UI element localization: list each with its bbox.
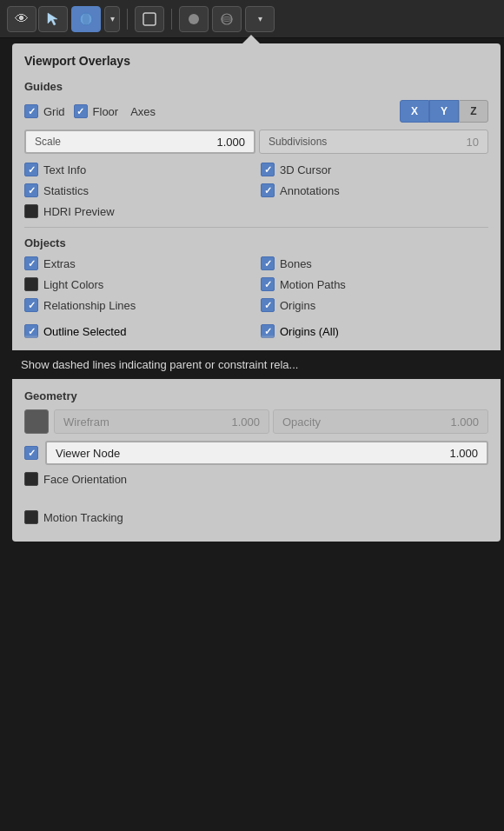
relationship-lines-checkbox[interactable]: [24, 298, 38, 312]
text-info-item[interactable]: Text Info: [24, 163, 252, 176]
axes-buttons: X Y Z: [400, 100, 488, 123]
viewer-node-label: Viewer Node: [56, 447, 120, 460]
grid-checkbox-item[interactable]: Grid: [24, 104, 65, 118]
light-colors-checkbox[interactable]: [24, 277, 38, 291]
geometry-inputs-row: Wirefram 1.000 Opacity 1.000: [24, 409, 488, 434]
scale-value: 1.000: [216, 136, 245, 149]
guides-row: Grid Floor Axes X Y Z: [24, 100, 488, 123]
face-orientation-item[interactable]: Face Orientation: [24, 472, 488, 486]
bones-item[interactable]: Bones: [261, 256, 488, 270]
tooltip-text: Show dashed lines indicating parent or c…: [21, 358, 298, 371]
viewer-node-checkbox[interactable]: [24, 446, 38, 460]
grid-checkbox[interactable]: [24, 104, 38, 118]
origins-all-checkbox[interactable]: [261, 324, 275, 338]
more-button[interactable]: ▾: [245, 6, 275, 32]
separator-1: [127, 9, 128, 30]
eye-button[interactable]: 👁: [7, 6, 36, 32]
motion-tracking-label: Motion Tracking: [43, 511, 123, 524]
bones-checkbox[interactable]: [261, 256, 275, 270]
motion-paths-checkbox[interactable]: [261, 277, 275, 291]
panel-title: Viewport Overlays: [24, 54, 488, 68]
light-colors-label: Light Colors: [43, 278, 103, 291]
tooltip-bar: Show dashed lines indicating parent or c…: [12, 350, 501, 379]
text-info-label: Text Info: [43, 163, 86, 176]
extras-item[interactable]: Extras: [24, 256, 252, 270]
bones-label: Bones: [280, 257, 312, 270]
extras-checkbox[interactable]: [24, 256, 38, 270]
svg-point-2: [83, 13, 90, 25]
viewer-node-row: Viewer Node 1.000: [24, 441, 488, 465]
scale-subdivisions-row: Scale 1.000 Subdivisions 10: [24, 130, 488, 154]
wireframe-checkbox[interactable]: [24, 409, 49, 434]
dropdown-button[interactable]: ▾: [104, 6, 120, 32]
subdivisions-input[interactable]: Subdivisions 10: [259, 130, 488, 154]
render-overlay-button[interactable]: [135, 6, 164, 32]
outline-selected-label: Outline Selected: [43, 325, 126, 338]
axis-x-button[interactable]: X: [400, 100, 429, 123]
relationship-lines-label: Relationship Lines: [43, 299, 136, 312]
opacity-input[interactable]: Opacity 1.000: [273, 409, 488, 434]
popup-arrow: [242, 35, 260, 43]
viewport-overlays-panel: Viewport Overlays Guides Grid Floor Axes…: [12, 43, 501, 542]
grid-label: Grid: [43, 105, 65, 118]
extras-label: Extras: [43, 257, 76, 270]
viewer-node-input[interactable]: Viewer Node 1.000: [45, 441, 488, 465]
toolbar-left-group: 👁: [7, 6, 68, 32]
svg-rect-3: [143, 13, 156, 25]
hdri-preview-item[interactable]: HDRI Preview: [24, 204, 252, 218]
origins-label: Origins: [280, 299, 315, 312]
svg-point-4: [189, 14, 199, 24]
subdivisions-value: 10: [467, 136, 479, 149]
relationship-lines-item[interactable]: Relationship Lines: [24, 298, 252, 312]
motion-tracking-item[interactable]: Motion Tracking: [24, 510, 488, 524]
annotations-checkbox[interactable]: [261, 183, 275, 197]
statistics-checkbox[interactable]: [24, 183, 38, 197]
separator-2: [171, 9, 172, 30]
viewport-shading-button[interactable]: [71, 6, 101, 32]
cursor-button[interactable]: [38, 6, 68, 32]
scale-input[interactable]: Scale 1.000: [24, 130, 255, 154]
floor-label: Floor: [93, 105, 119, 118]
face-orientation-checkbox[interactable]: [24, 472, 38, 486]
geometry-section-label: Geometry: [24, 389, 488, 402]
statistics-item[interactable]: Statistics: [24, 183, 252, 197]
objects-section-label: Objects: [24, 236, 488, 249]
opacity-label: Opacity: [282, 416, 321, 429]
opacity-value: 1.000: [450, 416, 479, 429]
misc-checkboxes: Text Info 3D Cursor Statistics Annotatio…: [24, 163, 488, 218]
text-info-checkbox[interactable]: [24, 163, 38, 176]
wireframe-input[interactable]: Wirefram 1.000: [54, 409, 269, 434]
objects-checkboxes: Extras Bones Light Colors Motion Paths R…: [24, 256, 488, 343]
3d-cursor-label: 3D Cursor: [280, 163, 331, 176]
3d-cursor-checkbox[interactable]: [261, 163, 275, 176]
wireframe-label: Wirefram: [63, 416, 109, 429]
annotations-label: Annotations: [280, 184, 340, 197]
light-colors-item[interactable]: Light Colors: [24, 277, 252, 291]
outline-selected-row: Outline Selected: [24, 319, 252, 343]
divider-1: [24, 227, 488, 228]
subdivisions-label: Subdivisions: [269, 136, 327, 148]
3d-cursor-item[interactable]: 3D Cursor: [261, 163, 488, 176]
origins-item[interactable]: Origins: [261, 298, 488, 312]
sphere-solid-button[interactable]: [179, 6, 209, 32]
floor-checkbox[interactable]: [74, 104, 88, 118]
origins-checkbox[interactable]: [261, 298, 275, 312]
face-orientation-label: Face Orientation: [43, 473, 127, 486]
guides-section-label: Guides: [24, 80, 488, 93]
origins-all-row: Origins (All): [261, 319, 488, 343]
axis-z-button[interactable]: Z: [459, 100, 488, 123]
scale-label: Scale: [35, 136, 61, 148]
origins-all-label: Origins (All): [280, 325, 339, 338]
motion-paths-item[interactable]: Motion Paths: [261, 277, 488, 291]
sphere-wireframe-button[interactable]: [212, 6, 242, 32]
wireframe-value: 1.000: [231, 416, 260, 429]
annotations-item[interactable]: Annotations: [261, 183, 488, 197]
motion-tracking-checkbox[interactable]: [24, 510, 38, 524]
hdri-preview-label: HDRI Preview: [43, 205, 115, 218]
statistics-label: Statistics: [43, 184, 89, 197]
hdri-preview-checkbox[interactable]: [24, 204, 38, 218]
outline-selected-checkbox[interactable]: [24, 324, 38, 338]
floor-checkbox-item[interactable]: Floor: [74, 104, 119, 118]
toolbar: 👁 ▾ ▾: [0, 0, 504, 38]
axis-y-button[interactable]: Y: [429, 100, 459, 123]
